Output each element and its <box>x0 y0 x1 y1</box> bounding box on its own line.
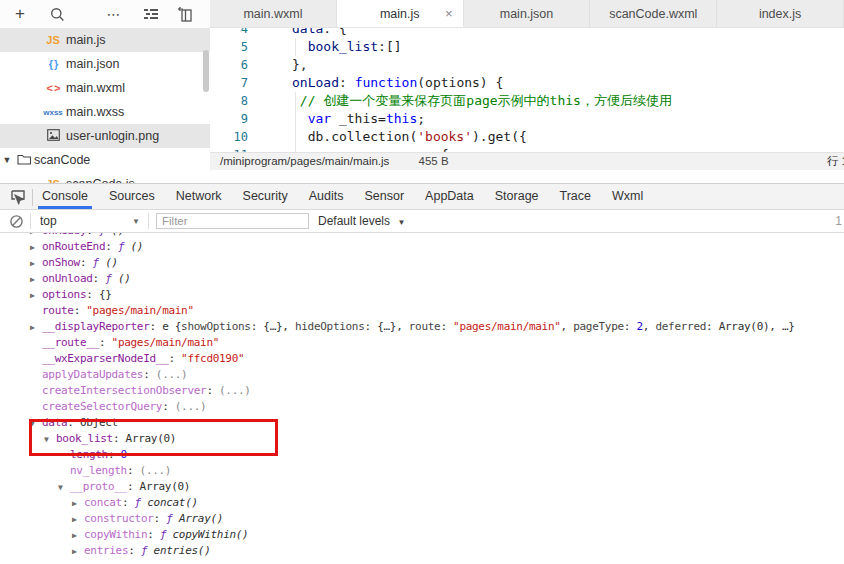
console-property-row[interactable]: ▶onRouteEnd: ƒ () <box>0 239 844 255</box>
console-property-row[interactable]: applyDataUpdates: (...) <box>0 367 844 383</box>
tree-file-main.wxml[interactable]: < >main.wxml <box>0 76 210 100</box>
file-name: scanCode <box>34 153 90 167</box>
code-editor[interactable]: 4data: {5 book_list:[]6},7onLoad: functi… <box>210 28 844 152</box>
more-icon[interactable]: ⋯ <box>102 0 126 28</box>
file-tab-main.json[interactable]: main.json <box>464 0 591 27</box>
collapse-arrow-icon[interactable]: ▼ <box>30 416 42 431</box>
file-name: main.js <box>66 33 106 47</box>
devtools-tab-wxml[interactable]: Wxml <box>610 184 645 210</box>
expand-arrow-icon[interactable]: ▶ <box>30 288 42 303</box>
console-property-row[interactable]: ▶__displayReporter: e {showOptions: {…},… <box>0 319 844 335</box>
expand-arrow-icon[interactable]: ▶ <box>72 544 84 559</box>
tree-folder-scanCode[interactable]: ▼scanCode <box>0 148 210 172</box>
console-property-row[interactable]: ▶onShow: ƒ () <box>0 255 844 271</box>
file-tab-bar: main.wxmlmain.js×main.jsonscanCode.wxmli… <box>210 0 844 28</box>
console-property-row[interactable]: __wxExparserNodeId__: "ffcd0190" <box>0 351 844 367</box>
console-property-row[interactable]: ▼data: Object <box>0 415 844 431</box>
tree-file-main.wxss[interactable]: wxssmain.wxss <box>0 100 210 124</box>
console-property-row[interactable]: nv_length: (...) <box>0 463 844 479</box>
wxml-file-icon: < > <box>40 82 66 94</box>
expand-arrow-icon[interactable]: ▶ <box>72 528 84 543</box>
filter-input[interactable] <box>156 213 309 229</box>
search-icon[interactable] <box>45 0 69 28</box>
file-tab-main.js[interactable]: main.js× <box>337 0 464 27</box>
file-name: main.json <box>66 57 120 71</box>
console-property-row[interactable]: ▶options: {} <box>0 287 844 303</box>
close-tab-icon[interactable]: × <box>445 0 453 27</box>
expand-arrow-icon[interactable]: ▶ <box>30 320 42 335</box>
code-line-7: 7onLoad: function(options) { <box>210 74 844 92</box>
line-number: 7 <box>210 74 268 92</box>
code-text: data: { <box>292 28 347 38</box>
console-property-row[interactable]: ▼__proto__: Array(0) <box>0 479 844 495</box>
tree-file-user-unlogin.png[interactable]: user-unlogin.png <box>0 124 210 148</box>
expand-arrow-icon[interactable]: ▶ <box>30 256 42 271</box>
hidden-message-count: 1 <box>835 210 842 232</box>
log-levels-label: Default levels <box>318 214 390 228</box>
collapse-sidebar-icon[interactable] <box>173 0 197 28</box>
devtools-tab-network[interactable]: Network <box>174 184 224 210</box>
file-path: /miniprogram/pages/main/main.js <box>220 155 389 167</box>
sidebar-scrollbar[interactable] <box>203 50 209 92</box>
folder-icon <box>14 153 34 168</box>
devtools-tab-appdata[interactable]: AppData <box>423 184 476 210</box>
expand-arrow-icon[interactable]: ▶ <box>30 240 42 255</box>
tree-file-scanCode.js[interactable]: JSscanCode.js <box>0 172 210 183</box>
file-tab-label: main.js <box>380 7 420 21</box>
console-property-row[interactable]: createIntersectionObserver: (...) <box>0 383 844 399</box>
code-text: }, <box>292 56 308 74</box>
console-property-row[interactable]: length: 0 <box>0 447 844 463</box>
code-line-8: 8 // 创建一个变量来保存页面page示例中的this，方便后续使用 <box>210 92 844 110</box>
expand-arrow-icon[interactable]: ▶ <box>72 512 84 527</box>
console-property-row[interactable]: route: "pages/main/main" <box>0 303 844 319</box>
image-file-icon <box>40 129 66 144</box>
context-selector-value: top <box>40 214 57 228</box>
collapse-arrow-icon[interactable]: ▼ <box>58 480 70 495</box>
json-file-icon: { } <box>40 58 66 70</box>
file-tab-index.js[interactable]: index.js <box>717 0 844 27</box>
chevron-down-icon: ▼ <box>132 211 140 233</box>
file-tree-sidebar: JSmain.js{ }main.json< >main.wxmlwxssmai… <box>0 28 210 183</box>
expand-arrow-icon[interactable]: ▶ <box>30 272 42 287</box>
console-property-row[interactable]: ▶copyWithin: ƒ copyWithin() <box>0 527 844 543</box>
filter-divider <box>148 213 149 229</box>
devtools-tab-trace[interactable]: Trace <box>558 184 594 210</box>
add-icon[interactable]: + <box>8 0 32 28</box>
line-number: 5 <box>210 38 268 56</box>
line-number: 6 <box>210 56 268 74</box>
devtools-tab-sources[interactable]: Sources <box>107 184 157 210</box>
console-property-row[interactable]: ▶entries: ƒ entries() <box>0 543 844 559</box>
console-property-row[interactable]: ▼book_list: Array(0) <box>0 431 844 447</box>
tree-file-main.json[interactable]: { }main.json <box>0 52 210 76</box>
code-text: db.collection('books').get({ <box>292 128 527 146</box>
devtools-tab-console[interactable]: Console <box>40 184 90 210</box>
toolbar-divider <box>32 189 33 206</box>
tree-file-main.js[interactable]: JSmain.js <box>0 28 210 52</box>
devtools-tab-sensor[interactable]: Sensor <box>362 184 406 210</box>
file-tab-scanCode.wxml[interactable]: scanCode.wxml <box>590 0 717 27</box>
devtools-tab-security[interactable]: Security <box>241 184 290 210</box>
console-property-row[interactable]: createSelectorQuery: (...) <box>0 399 844 415</box>
devtools-tab-audits[interactable]: Audits <box>307 184 346 210</box>
file-tab-main.wxml[interactable]: main.wxml <box>210 0 337 27</box>
console-output[interactable]: ▶onReady: ƒ ()▶onRouteEnd: ƒ ()▶onShow: … <box>0 233 844 564</box>
devtools-tab-storage[interactable]: Storage <box>493 184 541 210</box>
code-line-4: 4data: { <box>210 28 844 38</box>
line-number: 9 <box>210 110 268 128</box>
file-list-icon[interactable] <box>139 0 163 28</box>
collapse-arrow-icon[interactable]: ▼ <box>44 432 56 447</box>
context-selector[interactable]: top ▼ <box>40 210 146 232</box>
chevron-down-icon[interactable]: ▼ <box>0 155 14 165</box>
file-tab-label: main.wxml <box>243 7 302 21</box>
cursor-position: 行 1 <box>827 153 844 170</box>
file-name: user-unlogin.png <box>66 129 159 143</box>
console-property-row[interactable]: ▶concat: ƒ concat() <box>0 495 844 511</box>
file-name: main.wxml <box>66 81 125 95</box>
clear-console-icon[interactable] <box>9 211 25 231</box>
console-property-row[interactable]: ▶constructor: ƒ Array() <box>0 511 844 527</box>
console-property-row[interactable]: __route__: "pages/main/main" <box>0 335 844 351</box>
log-levels-selector[interactable]: Default levels ▼ <box>318 210 405 233</box>
inspect-element-icon[interactable] <box>9 189 27 207</box>
console-property-row[interactable]: ▶onUnload: ƒ () <box>0 271 844 287</box>
expand-arrow-icon[interactable]: ▶ <box>72 496 84 511</box>
